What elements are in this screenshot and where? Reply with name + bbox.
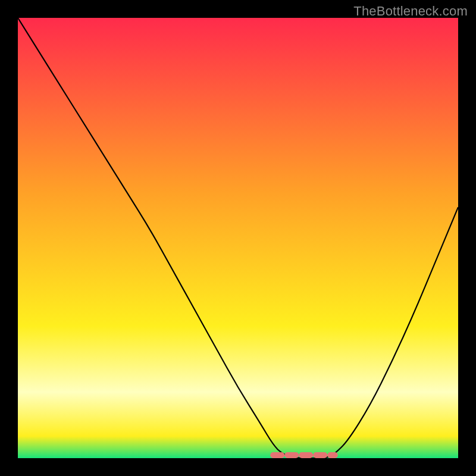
watermark-text: TheBottleneck.com bbox=[353, 4, 468, 19]
chart-frame: TheBottleneck.com bbox=[0, 0, 476, 476]
bottleneck-curve bbox=[18, 18, 458, 458]
curve-layer bbox=[18, 18, 458, 458]
plot-area bbox=[18, 18, 458, 458]
